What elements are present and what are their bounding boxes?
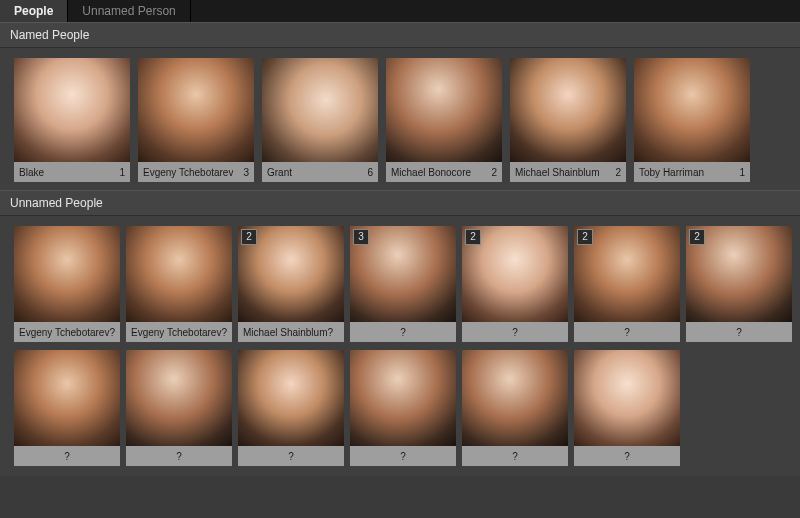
face-nameplate[interactable]: ? — [350, 446, 456, 466]
face-suggested-name: Michael Shainblum? — [243, 327, 333, 338]
face-card[interactable]: Evgeny Tchebotarev? — [14, 226, 120, 342]
person-count: 2 — [487, 167, 497, 178]
face-card[interactable]: 3 ? — [350, 226, 456, 342]
person-card[interactable]: Toby Harriman 1 — [634, 58, 750, 182]
face-nameplate[interactable]: ? — [238, 446, 344, 466]
person-thumbnail — [262, 58, 378, 162]
face-thumbnail: 2 — [574, 226, 680, 322]
person-count: 3 — [239, 167, 249, 178]
person-nameplate[interactable]: Evgeny Tchebotarev 3 — [138, 162, 254, 182]
face-thumbnail: 2 — [238, 226, 344, 322]
person-count: 2 — [611, 167, 621, 178]
person-thumbnail — [510, 58, 626, 162]
named-people-section: Named People Blake 1 Evgeny Tchebotarev … — [0, 22, 800, 190]
face-suggested-name: ? — [176, 451, 182, 462]
face-thumbnail — [126, 226, 232, 322]
face-thumbnail — [574, 350, 680, 446]
person-thumbnail — [14, 58, 130, 162]
named-people-header: Named People — [0, 22, 800, 48]
face-card[interactable]: ? — [574, 350, 680, 466]
person-count: 6 — [363, 167, 373, 178]
face-card[interactable]: ? — [126, 350, 232, 466]
face-suggested-name: ? — [736, 327, 742, 338]
stack-count-badge: 2 — [241, 229, 257, 245]
person-nameplate[interactable]: Blake 1 — [14, 162, 130, 182]
face-suggested-name: ? — [512, 451, 518, 462]
face-card[interactable]: Evgeny Tchebotarev? — [126, 226, 232, 342]
face-thumbnail — [462, 350, 568, 446]
person-thumbnail — [386, 58, 502, 162]
face-card[interactable]: 2 ? — [686, 226, 792, 342]
person-count: 1 — [735, 167, 745, 178]
face-suggested-name: ? — [624, 451, 630, 462]
face-thumbnail — [238, 350, 344, 446]
face-suggested-name: ? — [64, 451, 70, 462]
face-nameplate[interactable]: ? — [462, 446, 568, 466]
person-card[interactable]: Evgeny Tchebotarev 3 — [138, 58, 254, 182]
person-name: Michael Bonocore — [391, 167, 471, 178]
unnamed-people-row: Evgeny Tchebotarev? Evgeny Tchebotarev? … — [0, 216, 800, 346]
face-card[interactable]: ? — [462, 350, 568, 466]
face-nameplate[interactable]: Michael Shainblum? — [238, 322, 344, 342]
face-thumbnail: 3 — [350, 226, 456, 322]
stack-count-badge: 2 — [465, 229, 481, 245]
person-card[interactable]: Michael Bonocore 2 — [386, 58, 502, 182]
tab-people[interactable]: People — [0, 0, 68, 22]
stack-count-badge: 2 — [577, 229, 593, 245]
face-nameplate[interactable]: ? — [462, 322, 568, 342]
face-thumbnail — [14, 350, 120, 446]
face-nameplate[interactable]: ? — [126, 446, 232, 466]
stack-count-badge: 2 — [689, 229, 705, 245]
face-nameplate[interactable]: ? — [14, 446, 120, 466]
face-nameplate[interactable]: ? — [686, 322, 792, 342]
face-thumbnail — [126, 350, 232, 446]
unnamed-people-section: Unnamed People Evgeny Tchebotarev? Evgen… — [0, 190, 800, 476]
face-nameplate[interactable]: Evgeny Tchebotarev? — [14, 322, 120, 342]
face-nameplate[interactable]: ? — [574, 322, 680, 342]
face-thumbnail — [350, 350, 456, 446]
person-count: 1 — [115, 167, 125, 178]
face-card[interactable]: ? — [238, 350, 344, 466]
person-card[interactable]: Michael Shainblum 2 — [510, 58, 626, 182]
person-nameplate[interactable]: Michael Shainblum 2 — [510, 162, 626, 182]
stack-count-badge: 3 — [353, 229, 369, 245]
person-name: Michael Shainblum — [515, 167, 600, 178]
person-name: Evgeny Tchebotarev — [143, 167, 233, 178]
face-suggested-name: ? — [624, 327, 630, 338]
person-name: Toby Harriman — [639, 167, 704, 178]
face-nameplate[interactable]: ? — [574, 446, 680, 466]
unnamed-people-row: ? ? ? ? ? — [0, 346, 800, 476]
face-suggested-name: ? — [512, 327, 518, 338]
face-thumbnail: 2 — [462, 226, 568, 322]
face-suggested-name: ? — [400, 327, 406, 338]
face-card[interactable]: 2 ? — [462, 226, 568, 342]
face-suggested-name: ? — [288, 451, 294, 462]
face-thumbnail — [14, 226, 120, 322]
face-nameplate[interactable]: Evgeny Tchebotarev? — [126, 322, 232, 342]
face-card[interactable]: ? — [14, 350, 120, 466]
face-nameplate[interactable]: ? — [350, 322, 456, 342]
face-card[interactable]: 2 Michael Shainblum? — [238, 226, 344, 342]
face-card[interactable]: 2 ? — [574, 226, 680, 342]
person-nameplate[interactable]: Michael Bonocore 2 — [386, 162, 502, 182]
person-card[interactable]: Grant 6 — [262, 58, 378, 182]
tab-bar: People Unnamed Person — [0, 0, 800, 22]
person-nameplate[interactable]: Toby Harriman 1 — [634, 162, 750, 182]
face-suggested-name: ? — [400, 451, 406, 462]
person-name: Blake — [19, 167, 44, 178]
tab-unnamed-person[interactable]: Unnamed Person — [68, 0, 190, 22]
face-thumbnail: 2 — [686, 226, 792, 322]
unnamed-people-header: Unnamed People — [0, 190, 800, 216]
face-card[interactable]: ? — [350, 350, 456, 466]
named-people-grid: Blake 1 Evgeny Tchebotarev 3 Grant 6 Mic… — [0, 48, 800, 190]
face-suggested-name: Evgeny Tchebotarev? — [19, 327, 115, 338]
person-thumbnail — [634, 58, 750, 162]
person-name: Grant — [267, 167, 292, 178]
person-card[interactable]: Blake 1 — [14, 58, 130, 182]
person-thumbnail — [138, 58, 254, 162]
person-nameplate[interactable]: Grant 6 — [262, 162, 378, 182]
face-suggested-name: Evgeny Tchebotarev? — [131, 327, 227, 338]
